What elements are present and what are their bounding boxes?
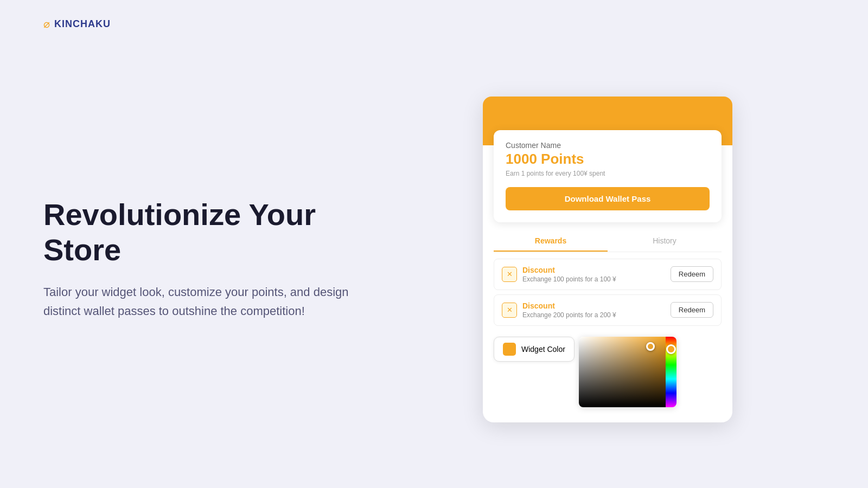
color-gradient[interactable] — [579, 337, 666, 407]
reward-desc-2: Exchange 200 points for a 200 ¥ — [522, 311, 665, 319]
points-value: 1000 Points — [506, 151, 710, 168]
main-content: Revolutionize Your Store Tailor your wid… — [0, 30, 868, 488]
reward-item-2: ✕ Discount Exchange 200 points for a 200… — [494, 294, 722, 326]
subtext: Tailor your widget look, customize your … — [43, 282, 358, 320]
left-panel: Revolutionize Your Store Tailor your wid… — [43, 197, 358, 320]
discount-icon-1: ✕ — [502, 267, 517, 282]
spectrum-handle[interactable] — [666, 344, 676, 354]
color-picker-panel — [579, 337, 676, 407]
earn-label: Earn 1 points for every 100¥ spent — [506, 170, 710, 177]
widget-container: Customer Name 1000 Points Earn 1 points … — [483, 97, 732, 422]
widget-card: Customer Name 1000 Points Earn 1 points … — [494, 130, 722, 222]
logo-text: KINCHAKU — [54, 18, 111, 30]
reward-desc-1: Exchange 100 points for a 100 ¥ — [522, 275, 665, 283]
widget-tabs: Rewards History — [494, 232, 722, 252]
tab-history[interactable]: History — [608, 232, 722, 252]
logo-icon: ⌀ — [43, 17, 50, 30]
customer-name-label: Customer Name — [506, 141, 710, 150]
redeem-button-1[interactable]: Redeem — [671, 266, 713, 282]
tab-rewards[interactable]: Rewards — [494, 232, 608, 252]
redeem-button-2[interactable]: Redeem — [671, 302, 713, 318]
gradient-handle[interactable] — [646, 342, 655, 351]
discount-icon-2: ✕ — [502, 303, 517, 318]
reward-info-2: Discount Exchange 200 points for a 200 ¥ — [522, 301, 665, 319]
download-wallet-pass-button[interactable]: Download Wallet Pass — [506, 187, 710, 210]
color-spectrum[interactable] — [666, 337, 676, 407]
widget-color-button[interactable]: Widget Color — [494, 337, 575, 362]
header: ⌀ KINCHAKU — [0, 0, 868, 30]
reward-title-2: Discount — [522, 301, 665, 310]
widget-color-label: Widget Color — [521, 345, 565, 354]
color-swatch — [503, 343, 516, 356]
reward-item: ✕ Discount Exchange 100 points for a 100… — [494, 259, 722, 290]
headline: Revolutionize Your Store — [43, 197, 358, 267]
rewards-list: ✕ Discount Exchange 100 points for a 100… — [494, 259, 722, 326]
reward-title-1: Discount — [522, 266, 665, 274]
right-panel: Customer Name 1000 Points Earn 1 points … — [391, 97, 825, 422]
color-picker-row: Widget Color — [494, 337, 722, 407]
reward-info-1: Discount Exchange 100 points for a 100 ¥ — [522, 266, 665, 283]
